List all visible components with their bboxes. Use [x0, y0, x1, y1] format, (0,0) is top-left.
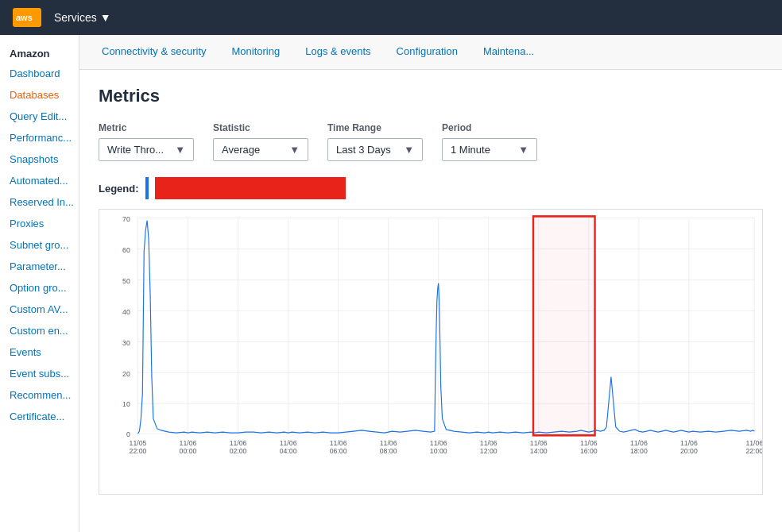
statistic-select[interactable]: Average ▼	[213, 138, 308, 161]
svg-text:40: 40	[122, 307, 130, 315]
period-value: 1 Minute	[451, 144, 490, 156]
sidebar-item-subnet[interactable]: Subnet gro...	[0, 234, 79, 256]
svg-text:11/05: 11/05	[130, 439, 147, 447]
svg-text:70: 70	[122, 214, 130, 222]
aws-logo: aws	[13, 8, 41, 27]
sidebar-item-customav[interactable]: Custom AV...	[0, 299, 79, 320]
sidebar-item-parameter[interactable]: Parameter...	[0, 256, 79, 277]
svg-text:22:00: 22:00	[745, 447, 762, 455]
svg-text:aws: aws	[16, 13, 33, 22]
sidebar: Amazon Dashboard Databases Query Edit...…	[0, 35, 79, 532]
svg-text:11/06: 11/06	[280, 439, 297, 447]
svg-text:11/06: 11/06	[630, 439, 648, 447]
statistic-label: Statistic	[213, 122, 308, 133]
svg-text:14:00: 14:00	[530, 447, 548, 455]
svg-text:10: 10	[122, 400, 130, 408]
legend-blue-line	[145, 177, 149, 199]
services-label: Services	[54, 11, 97, 24]
sidebar-item-eventsubs[interactable]: Event subs...	[0, 363, 79, 384]
tab-connectivity[interactable]: Connectivity & security	[89, 35, 219, 70]
svg-text:11/06: 11/06	[580, 439, 598, 447]
statistic-value: Average	[222, 144, 260, 156]
metric-label: Metric	[99, 122, 194, 133]
svg-rect-57	[533, 216, 595, 435]
sidebar-item-proxies[interactable]: Proxies	[0, 213, 79, 234]
svg-text:11/06: 11/06	[180, 439, 197, 447]
top-nav: aws Services ▼	[0, 0, 782, 35]
svg-text:11/06: 11/06	[680, 439, 698, 447]
sub-nav: Connectivity & security Monitoring Logs …	[79, 35, 782, 70]
svg-text:11/06: 11/06	[530, 439, 548, 447]
chart-svg: .grid-line { stroke: #e0e0e0; stroke-wid…	[99, 210, 762, 494]
period-arrow-icon: ▼	[518, 144, 528, 156]
legend-label: Legend:	[99, 183, 139, 195]
svg-text:30: 30	[122, 338, 130, 346]
period-label: Period	[442, 122, 537, 133]
statistic-arrow-icon: ▼	[289, 144, 300, 156]
sidebar-item-dashboard[interactable]: Dashboard	[0, 63, 79, 84]
legend-color-bar	[155, 177, 346, 199]
sidebar-item-certificate[interactable]: Certificate...	[0, 406, 79, 427]
aws-logo-box: aws	[13, 8, 41, 27]
timerange-select[interactable]: Last 3 Days ▼	[327, 138, 423, 161]
svg-text:22:00: 22:00	[130, 447, 147, 455]
svg-text:04:00: 04:00	[280, 447, 297, 455]
period-control: Period 1 Minute ▼	[442, 122, 537, 161]
timerange-arrow-icon: ▼	[404, 144, 414, 156]
svg-text:11/06: 11/06	[330, 439, 347, 447]
svg-text:18:00: 18:00	[630, 447, 648, 455]
chart-container: .grid-line { stroke: #e0e0e0; stroke-wid…	[99, 209, 763, 495]
svg-text:11/06: 11/06	[430, 439, 447, 447]
svg-text:11/06: 11/06	[380, 439, 397, 447]
metric-arrow-icon: ▼	[175, 144, 185, 156]
sidebar-item-queryeditor[interactable]: Query Edit...	[0, 106, 79, 127]
controls-row: Metric Write Thro... ▼ Statistic Average…	[99, 122, 763, 161]
timerange-value: Last 3 Days	[336, 144, 391, 156]
sidebar-item-customen[interactable]: Custom en...	[0, 320, 79, 341]
svg-text:50: 50	[122, 276, 130, 284]
svg-rect-1	[99, 210, 762, 452]
svg-text:12:00: 12:00	[480, 447, 497, 455]
tab-logs[interactable]: Logs & events	[292, 35, 383, 70]
tab-monitoring[interactable]: Monitoring	[219, 35, 293, 70]
svg-text:00:00: 00:00	[180, 447, 197, 455]
metric-select[interactable]: Write Thro... ▼	[99, 138, 194, 161]
svg-text:20:00: 20:00	[680, 447, 698, 455]
svg-text:08:00: 08:00	[380, 447, 397, 455]
sidebar-item-recommend[interactable]: Recommen...	[0, 384, 79, 406]
svg-text:10:00: 10:00	[430, 447, 447, 455]
svg-text:11/06: 11/06	[745, 439, 762, 447]
svg-text:60: 60	[122, 245, 130, 253]
sidebar-item-events[interactable]: Events	[0, 341, 79, 363]
svg-text:06:00: 06:00	[330, 447, 347, 455]
tab-maintenance[interactable]: Maintena...	[470, 35, 547, 70]
legend-row: Legend:	[99, 177, 763, 199]
timerange-control: Time Range Last 3 Days ▼	[327, 122, 423, 161]
svg-text:11/06: 11/06	[480, 439, 497, 447]
services-button[interactable]: Services ▼	[54, 11, 111, 24]
metric-value: Write Thro...	[107, 144, 164, 156]
tab-configuration[interactable]: Configuration	[384, 35, 470, 70]
sidebar-item-databases[interactable]: Databases	[0, 84, 79, 106]
statistic-control: Statistic Average ▼	[213, 122, 308, 161]
timerange-label: Time Range	[327, 122, 423, 133]
sidebar-title: Amazon	[0, 41, 79, 63]
services-arrow-icon: ▼	[100, 11, 111, 24]
main-content: Metrics Metric Write Thro... ▼ Statistic…	[79, 70, 782, 532]
page-title: Metrics	[99, 86, 763, 106]
sidebar-item-reserved[interactable]: Reserved In...	[0, 191, 79, 213]
sidebar-item-optiongroup[interactable]: Option gro...	[0, 277, 79, 299]
sidebar-item-automated[interactable]: Automated...	[0, 170, 79, 191]
metric-control: Metric Write Thro... ▼	[99, 122, 194, 161]
svg-text:11/06: 11/06	[230, 439, 247, 447]
period-select[interactable]: 1 Minute ▼	[442, 138, 537, 161]
svg-text:02:00: 02:00	[230, 447, 247, 455]
sidebar-item-snapshots[interactable]: Snapshots	[0, 148, 79, 170]
sidebar-item-performance[interactable]: Performanc...	[0, 127, 79, 148]
svg-text:0: 0	[126, 430, 130, 438]
svg-text:20: 20	[122, 369, 130, 377]
svg-text:16:00: 16:00	[580, 447, 598, 455]
